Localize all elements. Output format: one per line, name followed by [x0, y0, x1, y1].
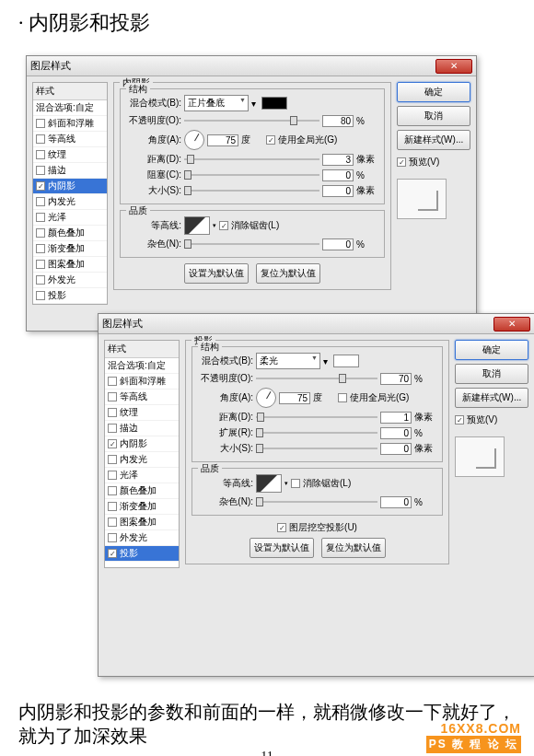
- page-title: · 内阴影和投影: [18, 9, 516, 37]
